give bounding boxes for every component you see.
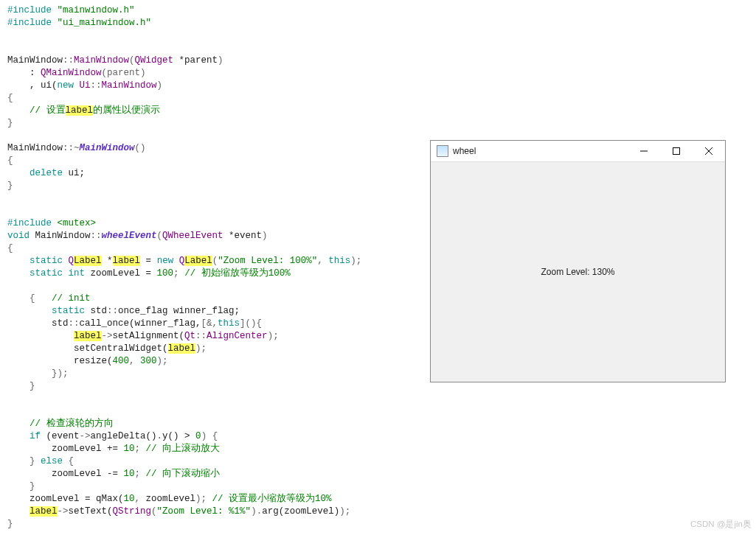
window-client-area[interactable]: Zoom Level: 130%: [431, 162, 725, 382]
code-line[interactable]: #include "ui_mainwindow.h": [7, 17, 439, 29]
code-line[interactable]: label->setText(QString("Zoom Level: %1%"…: [7, 506, 439, 518]
code-line[interactable]: }: [7, 380, 439, 393]
window-controls: [628, 141, 725, 161]
code-line[interactable]: }: [7, 117, 439, 130]
code-line[interactable]: });: [7, 368, 439, 380]
code-line[interactable]: { // init: [7, 293, 439, 305]
code-line[interactable]: {: [7, 92, 439, 105]
watermark-text: CSDN @是jin奥: [690, 518, 752, 531]
code-line[interactable]: // 设置label的属性以便演示: [7, 105, 439, 117]
code-line[interactable]: [7, 192, 439, 205]
code-line[interactable]: #include "mainwindow.h": [7, 4, 439, 17]
code-line[interactable]: resize(400, 300);: [7, 355, 439, 368]
maximize-button[interactable]: [660, 141, 693, 161]
code-line[interactable]: MainWindow::~MainWindow(): [7, 142, 439, 155]
code-line[interactable]: }: [7, 480, 439, 493]
code-line[interactable]: }: [7, 180, 439, 192]
close-button[interactable]: [693, 141, 725, 161]
code-line[interactable]: [7, 29, 439, 42]
zoom-label: Zoom Level: 130%: [541, 266, 614, 279]
code-line[interactable]: std::call_once(winner_flag,[&,this](){: [7, 318, 439, 330]
code-line[interactable]: }: [7, 518, 439, 531]
code-line[interactable]: {: [7, 242, 439, 255]
window-title: wheel: [453, 145, 628, 158]
code-line[interactable]: [7, 205, 439, 217]
code-line[interactable]: static std::once_flag winner_flag;: [7, 305, 439, 318]
code-line[interactable]: zoomLevel = qMax(10, zoomLevel); // 设置最小…: [7, 493, 439, 506]
code-line[interactable]: MainWindow::MainWindow(QWidget *parent): [7, 55, 439, 67]
code-line[interactable]: // 检查滚轮的方向: [7, 418, 439, 430]
code-line[interactable]: [7, 280, 439, 293]
code-line[interactable]: : QMainWindow(parent): [7, 67, 439, 80]
code-line[interactable]: void MainWindow::wheelEvent(QWheelEvent …: [7, 230, 439, 242]
app-icon: [437, 145, 448, 157]
code-line[interactable]: [7, 405, 439, 418]
code-line[interactable]: zoomLevel += 10; // 向上滚动放大: [7, 443, 439, 455]
svg-rect-1: [673, 148, 680, 155]
code-line[interactable]: [7, 42, 439, 55]
code-editor[interactable]: #include "mainwindow.h"#include "ui_main…: [0, 0, 445, 535]
code-line[interactable]: static QLabel *label = new QLabel("Zoom …: [7, 255, 439, 268]
code-line[interactable]: [7, 393, 439, 405]
code-line[interactable]: zoomLevel -= 10; // 向下滚动缩小: [7, 468, 439, 480]
code-line[interactable]: , ui(new Ui::MainWindow): [7, 80, 439, 92]
code-line[interactable]: delete ui;: [7, 167, 439, 180]
code-line[interactable]: {: [7, 155, 439, 167]
code-line[interactable]: if (event->angleDelta().y() > 0) {: [7, 430, 439, 443]
minimize-button[interactable]: [628, 141, 660, 161]
code-line[interactable]: static int zoomLevel = 100; // 初始缩放等级为10…: [7, 268, 439, 280]
app-window: wheel Zoom Level: 130%: [430, 140, 726, 382]
code-line[interactable]: label->setAlignment(Qt::AlignCenter);: [7, 330, 439, 343]
code-line[interactable]: } else {: [7, 455, 439, 468]
code-line[interactable]: [7, 130, 439, 142]
titlebar: wheel: [431, 141, 725, 162]
code-line[interactable]: setCentralWidget(label);: [7, 343, 439, 355]
code-line[interactable]: #include <mutex>: [7, 217, 439, 230]
